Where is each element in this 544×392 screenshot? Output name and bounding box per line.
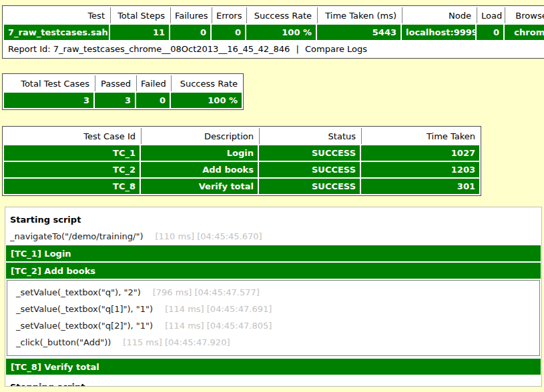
table-row-tc2: TC_2 Add books SUCCESS 1203	[4, 162, 479, 177]
log-step: _setValue(_textbox("q"), "2")[796 ms] [0…	[7, 284, 539, 301]
cell-total-test-cases: 3	[4, 93, 93, 108]
header-test-case-id: Test Case Id	[4, 128, 140, 144]
totals-header-row: Total Test Cases Passed Failed Success R…	[4, 75, 242, 91]
header-passed: Passed	[95, 75, 135, 91]
report-id-cell: Report Id: 7_raw_testcases_chrome__08Oct…	[4, 41, 544, 57]
execution-log-panel: Starting script _navigateTo("/demo/train…	[5, 207, 542, 387]
header-failed: Failed	[136, 75, 170, 91]
testcase-steps-box: _setValue(_textbox("q"), "2")[796 ms] [0…	[7, 280, 540, 356]
cell-test-name: 7_raw_testcases.sah	[4, 25, 109, 40]
cell-tc-time: 1203	[361, 162, 479, 177]
log-step-meta: [114 ms] [04:45:47.691]	[165, 304, 272, 314]
log-step-meta: [796 ms] [04:45:47.577]	[153, 287, 260, 297]
cell-success-rate: 100 %	[246, 25, 316, 40]
header-time-taken: Time Taken (ms)	[317, 7, 400, 23]
summary-header-row: Test Total Steps Failures Errors Success…	[4, 7, 544, 23]
log-step: _setValue(_textbox("q[1]"), "1")[114 ms]…	[7, 301, 539, 317]
totals-data-row: 3 3 0 100 %	[4, 93, 242, 108]
script-summary-table: Test Total Steps Failures Errors Success…	[2, 5, 544, 59]
cell-tc-description: Verify total	[141, 179, 258, 194]
cell-tc-success-rate: 100 %	[171, 93, 242, 108]
cell-tc-description: Login	[141, 145, 258, 161]
table-row-tc8: TC_8 Verify total SUCCESS 301	[4, 179, 479, 194]
report-page: Test Total Steps Failures Errors Success…	[0, 0, 544, 387]
cell-tc-id: TC_2	[4, 162, 140, 177]
cell-browser: chrome	[505, 25, 544, 40]
log-step-code: _setValue(_textbox("q[2]"), "1")	[16, 321, 153, 331]
cell-tc-time: 301	[361, 179, 479, 194]
stopping-script-heading: Stopping script	[6, 376, 541, 387]
report-id-separator: |	[296, 44, 298, 54]
cell-failures: 0	[170, 25, 210, 40]
testcase-band-tc2: [TC_2] Add books	[6, 263, 541, 279]
testcase-band-tc1: [TC_1] Login	[6, 245, 541, 261]
log-step-code: _click(_button("Add"))	[16, 337, 111, 347]
log-step-code: _navigateTo("/demo/training/")	[10, 231, 143, 241]
cell-passed: 3	[95, 93, 135, 108]
cell-tc-time: 1027	[361, 145, 479, 161]
summary-data-row: 7_raw_testcases.sah 11 0 0 100 % 5443 lo…	[4, 25, 544, 40]
header-status: Status	[259, 128, 360, 144]
cell-time-taken: 5443	[317, 25, 400, 40]
report-id-value: 7_raw_testcases_chrome__08Oct2013__16_45…	[53, 44, 290, 54]
log-step-meta: [110 ms] [04:45:45.670]	[155, 231, 262, 241]
header-description: Description	[141, 128, 258, 144]
testcase-band-tc8: [TC_8] Verify total	[6, 359, 541, 375]
compare-logs-link[interactable]: Compare Logs	[305, 44, 367, 54]
header-browser: Browser	[505, 7, 544, 23]
log-step: _setValue(_textbox("q[2]"), "1")[114 ms]…	[7, 317, 539, 334]
cell-load: 0	[477, 25, 503, 40]
report-id-label: Report Id:	[8, 44, 51, 54]
log-step-navigate: _navigateTo("/demo/training/")[110 ms] […	[6, 227, 541, 245]
log-step-code: _setValue(_textbox("q[1]"), "1")	[16, 304, 153, 314]
log-step-meta: [114 ms] [04:45:47.805]	[165, 321, 272, 331]
header-load: Load	[477, 7, 503, 23]
cell-tc-description: Add books	[141, 162, 258, 177]
cell-tc-id: TC_1	[4, 145, 140, 161]
cell-errors: 0	[212, 25, 245, 40]
header-node: Node	[402, 7, 475, 23]
header-total-steps: Total Steps	[110, 7, 169, 23]
header-failures: Failures	[170, 7, 210, 23]
testcases-header-row: Test Case Id Description Status Time Tak…	[4, 128, 479, 144]
header-tc-success-rate: Success Rate	[171, 75, 242, 91]
cell-node: localhost:9999	[402, 25, 475, 40]
testcase-totals-table: Total Test Cases Passed Failed Success R…	[2, 73, 244, 110]
header-tc-time-taken: Time Taken	[361, 128, 479, 144]
cell-failed: 0	[136, 93, 170, 108]
cell-tc-status: SUCCESS	[259, 179, 360, 194]
cell-total-steps: 11	[110, 25, 169, 40]
testcases-table: Test Case Id Description Status Time Tak…	[2, 126, 481, 196]
log-step-meta: [115 ms] [04:45:47.920]	[123, 337, 230, 347]
log-step: _click(_button("Add"))[115 ms] [04:45:47…	[7, 334, 539, 351]
log-step-code: _setValue(_textbox("q"), "2")	[16, 287, 141, 297]
starting-script-heading: Starting script	[6, 209, 541, 227]
report-id-row: Report Id: 7_raw_testcases_chrome__08Oct…	[4, 41, 544, 57]
header-total-test-cases: Total Test Cases	[4, 75, 93, 91]
cell-tc-status: SUCCESS	[259, 145, 360, 161]
cell-tc-status: SUCCESS	[259, 162, 360, 177]
header-test: Test	[4, 7, 109, 23]
header-errors: Errors	[212, 7, 245, 23]
table-row-tc1: TC_1 Login SUCCESS 1027	[4, 145, 479, 161]
header-success-rate: Success Rate	[246, 7, 316, 23]
cell-tc-id: TC_8	[4, 179, 140, 194]
